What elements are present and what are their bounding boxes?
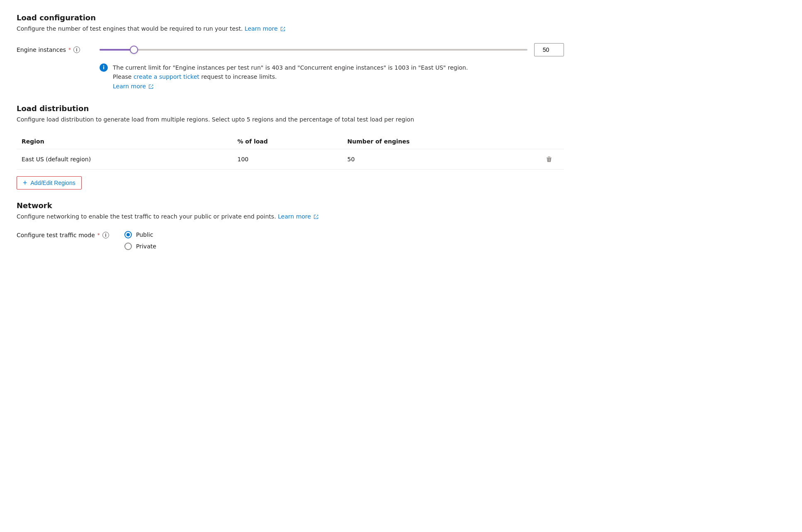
engine-instances-label: Engine instances * i bbox=[17, 46, 91, 53]
radio-public-circle bbox=[124, 231, 132, 238]
load-distribution-section: Load distribution Configure load distrib… bbox=[17, 104, 564, 201]
network-description: Configure networking to enable the test … bbox=[17, 212, 564, 221]
radio-private-circle bbox=[124, 243, 132, 250]
info-learn-more-link[interactable]: Learn more bbox=[113, 83, 153, 90]
delete-row-button[interactable] bbox=[544, 154, 554, 164]
slider-thumb[interactable] bbox=[130, 46, 138, 54]
distribution-table-body: East US (default region) 100 50 bbox=[17, 149, 564, 170]
load-config-title: Load configuration bbox=[17, 13, 564, 22]
network-learn-more-link[interactable]: Learn more bbox=[278, 213, 318, 220]
info-box-text: The current limit for "Engine instances … bbox=[113, 63, 473, 91]
info-box-icon: i bbox=[100, 63, 108, 72]
engine-instances-row: Engine instances * i bbox=[17, 43, 564, 56]
engine-instances-input[interactable] bbox=[534, 43, 564, 56]
load-dist-description: Configure load distribution to generate … bbox=[17, 115, 564, 124]
row-load-percent: 100 bbox=[232, 149, 342, 170]
svg-rect-0 bbox=[547, 158, 552, 158]
load-config-description: Configure the number of test engines tha… bbox=[17, 24, 564, 33]
slider-track bbox=[100, 49, 527, 51]
engine-instances-info-icon[interactable]: i bbox=[73, 46, 80, 53]
engine-instances-slider-wrapper[interactable] bbox=[100, 46, 527, 54]
traffic-mode-label: Configure test traffic mode * i bbox=[17, 231, 116, 238]
distribution-table-head: Region % of load Number of engines bbox=[17, 134, 564, 149]
distribution-table: Region % of load Number of engines East … bbox=[17, 134, 564, 170]
engine-instances-slider-container bbox=[100, 43, 564, 56]
network-title: Network bbox=[17, 201, 564, 210]
load-config-learn-more-link[interactable]: Learn more bbox=[245, 25, 285, 32]
col-actions bbox=[539, 134, 564, 149]
radio-public-dot bbox=[126, 233, 130, 236]
radio-public-label: Public bbox=[136, 231, 153, 238]
radio-public-option[interactable]: Public bbox=[124, 231, 156, 238]
traffic-mode-required-star: * bbox=[97, 232, 100, 238]
engine-instances-info-box: i The current limit for "Engine instance… bbox=[100, 63, 473, 91]
create-support-ticket-link[interactable]: create a support ticket bbox=[134, 73, 199, 80]
add-edit-regions-label: Add/Edit Regions bbox=[31, 180, 75, 186]
table-row: East US (default region) 100 50 bbox=[17, 149, 564, 170]
radio-private-label: Private bbox=[136, 243, 156, 250]
load-configuration-section: Load configuration Configure the number … bbox=[17, 13, 564, 91]
row-region: East US (default region) bbox=[17, 149, 232, 170]
external-link-icon bbox=[280, 27, 285, 32]
network-section: Network Configure networking to enable t… bbox=[17, 201, 564, 250]
radio-private-option[interactable]: Private bbox=[124, 243, 156, 250]
required-star: * bbox=[68, 47, 71, 53]
load-dist-title: Load distribution bbox=[17, 104, 564, 113]
distribution-table-header-row: Region % of load Number of engines bbox=[17, 134, 564, 149]
delete-icon bbox=[546, 156, 552, 163]
col-region: Region bbox=[17, 134, 232, 149]
row-engines: 50 bbox=[343, 149, 539, 170]
traffic-mode-info-icon[interactable]: i bbox=[102, 232, 109, 238]
network-traffic-mode-row: Configure test traffic mode * i Public P… bbox=[17, 231, 564, 250]
slider-fill bbox=[100, 49, 134, 51]
row-delete-cell bbox=[539, 149, 564, 170]
add-edit-regions-button[interactable]: + Add/Edit Regions bbox=[17, 176, 82, 189]
network-external-link-icon bbox=[314, 214, 318, 219]
plus-icon: + bbox=[23, 179, 27, 187]
traffic-mode-radio-group: Public Private bbox=[124, 231, 156, 250]
info-external-link-icon bbox=[148, 84, 153, 89]
col-load-percent: % of load bbox=[232, 134, 342, 149]
col-num-engines: Number of engines bbox=[343, 134, 539, 149]
svg-rect-1 bbox=[548, 157, 550, 157]
